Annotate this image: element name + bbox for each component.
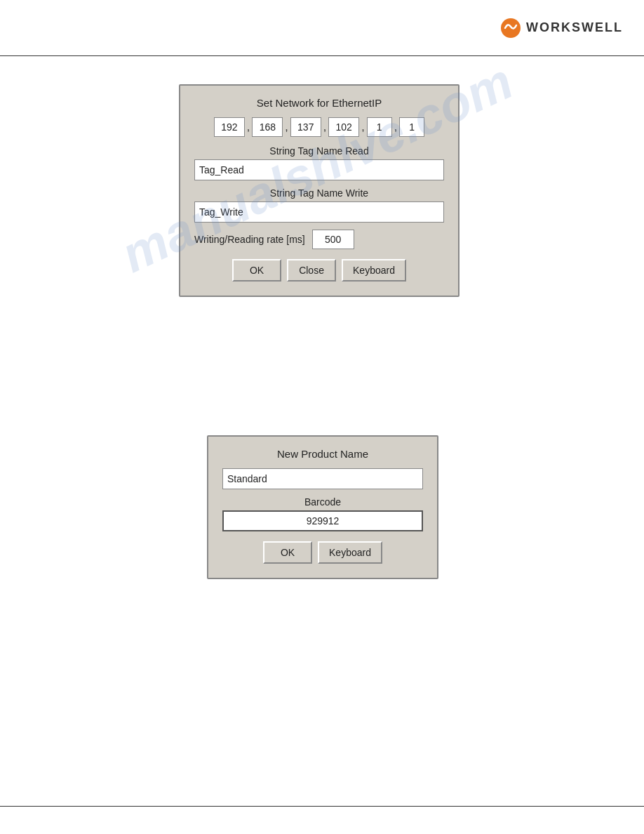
ip-segment-1[interactable] xyxy=(214,117,245,137)
rate-input[interactable] xyxy=(312,230,354,249)
ip-segment-3[interactable] xyxy=(290,117,321,137)
ip-address-row: , , , , , xyxy=(194,117,444,137)
logo-container: Workswell xyxy=(499,17,623,39)
rate-row: Writing/Reading rate [ms] xyxy=(194,230,444,249)
barcode-input[interactable] xyxy=(222,510,423,531)
ip-dot-5: , xyxy=(394,121,398,133)
write-tag-input[interactable] xyxy=(194,201,444,223)
product-title: New Product Name xyxy=(222,448,423,460)
ip-segment-6[interactable] xyxy=(399,117,424,137)
logo-text: Workswell xyxy=(526,20,623,35)
ip-dot-2: , xyxy=(284,121,288,133)
dialog-product: New Product Name Barcode OK Keyboard xyxy=(207,435,438,579)
ethernetip-close-button[interactable]: Close xyxy=(287,259,336,282)
ethernetip-title: Set Network for EthernetIP xyxy=(194,97,444,109)
ip-dot-1: , xyxy=(246,121,250,133)
product-name-input[interactable] xyxy=(222,468,423,489)
product-keyboard-button[interactable]: Keyboard xyxy=(318,541,382,564)
product-ok-button[interactable]: OK xyxy=(263,541,312,564)
ethernetip-ok-button[interactable]: OK xyxy=(232,259,281,282)
top-bar: Workswell xyxy=(0,0,644,56)
rate-label: Writing/Reading rate [ms] xyxy=(194,234,305,245)
logo-icon xyxy=(499,17,522,39)
dialog-ethernetip: Set Network for EthernetIP , , , , , Str… xyxy=(179,84,459,297)
ethernetip-btn-row: OK Close Keyboard xyxy=(194,259,444,282)
ethernetip-keyboard-button[interactable]: Keyboard xyxy=(342,259,406,282)
ip-dot-3: , xyxy=(323,121,327,133)
write-tag-label: String Tag Name Write xyxy=(194,187,444,199)
ip-segment-4[interactable] xyxy=(328,117,359,137)
barcode-label: Barcode xyxy=(222,496,423,508)
bottom-bar xyxy=(0,806,644,834)
read-tag-input[interactable] xyxy=(194,159,444,180)
ip-segment-5[interactable] xyxy=(367,117,392,137)
product-btn-row: OK Keyboard xyxy=(222,541,423,564)
ip-segment-2[interactable] xyxy=(252,117,283,137)
read-tag-label: String Tag Name Read xyxy=(194,145,444,157)
ip-dot-4: , xyxy=(361,121,365,133)
